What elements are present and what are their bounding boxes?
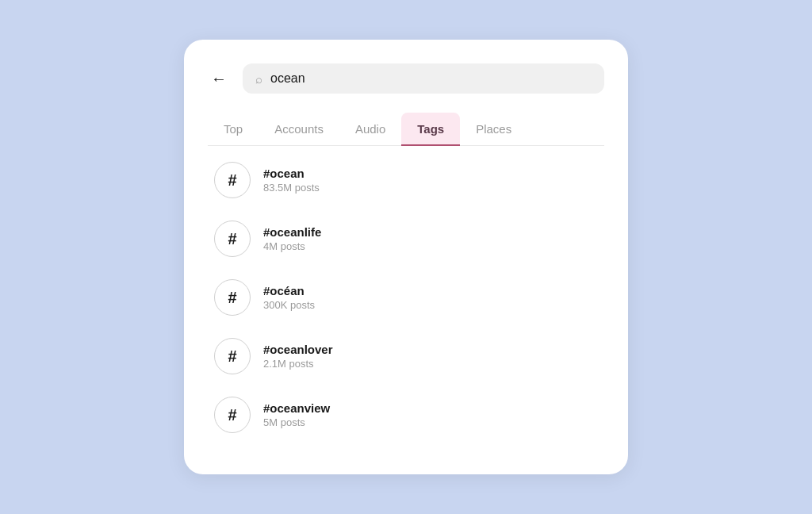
result-text: #oceanlife 4M posts [263,225,321,252]
result-count: 4M posts [263,240,321,252]
result-text: #oceanview 5M posts [263,401,330,428]
list-item[interactable]: # #oceanview 5M posts [208,387,604,443]
list-item[interactable]: # #oceanlife 4M posts [208,211,604,267]
tab-audio[interactable]: Audio [339,113,401,145]
result-tag: #oceanview [263,401,330,415]
main-card: ← ⌕ Top Accounts Audio Tags Places # #oc… [184,40,628,474]
list-item[interactable]: # #oceanlover 2.1M posts [208,328,604,384]
result-text: #oceanlover 2.1M posts [263,343,333,370]
result-count: 300K posts [263,299,315,311]
tab-tags[interactable]: Tags [401,113,460,145]
hashtag-icon: # [214,162,251,198]
hashtag-icon: # [214,397,251,433]
result-tag: #oceanlife [263,225,321,239]
result-count: 83.5M posts [263,182,320,194]
search-input[interactable] [270,71,592,86]
hashtag-icon: # [214,338,251,374]
search-icon: ⌕ [255,72,262,86]
result-count: 2.1M posts [263,358,333,370]
result-tag: #oceanlover [263,343,333,356]
tab-accounts[interactable]: Accounts [259,113,339,145]
hashtag-icon: # [214,279,251,316]
hashtag-icon: # [214,221,251,257]
tabs-row: Top Accounts Audio Tags Places [208,113,604,146]
tab-top[interactable]: Top [208,113,259,145]
results-list: # #ocean 83.5M posts # #oceanlife 4M pos… [208,152,604,443]
result-text: #océan 300K posts [263,284,315,311]
result-text: #ocean 83.5M posts [263,167,320,194]
result-count: 5M posts [263,416,330,428]
result-tag: #océan [263,284,315,297]
list-item[interactable]: # #océan 300K posts [208,270,604,325]
list-item[interactable]: # #ocean 83.5M posts [208,152,604,208]
result-tag: #ocean [263,167,320,180]
search-bar: ⌕ [243,63,604,94]
back-button[interactable]: ← [208,67,230,91]
tab-places[interactable]: Places [460,113,527,145]
header-row: ← ⌕ [208,63,604,94]
